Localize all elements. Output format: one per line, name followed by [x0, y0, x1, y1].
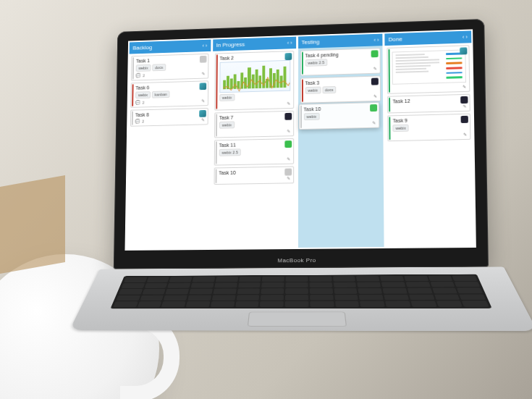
keyboard-key [237, 288, 260, 294]
chevron-right-icon[interactable]: › [290, 40, 292, 46]
column-body[interactable]: Task 12Task 9webix [385, 43, 475, 247]
edit-icon[interactable] [463, 104, 466, 109]
avatar[interactable] [461, 116, 468, 123]
edit-icon[interactable] [287, 156, 290, 161]
chevron-left-icon[interactable]: ‹ [373, 37, 376, 43]
comment-icon[interactable] [135, 100, 140, 105]
kanban-card[interactable]: Task 6webixkanban2 [130, 80, 208, 108]
edit-icon[interactable] [373, 93, 377, 98]
edit-icon[interactable] [287, 175, 290, 180]
keyboard-key [166, 289, 190, 295]
keyboard-key [189, 289, 212, 295]
keyboard-key [455, 282, 480, 287]
keyboard-key [285, 295, 308, 301]
avatar[interactable] [460, 47, 467, 54]
kanban-card[interactable]: Task 1webixdocs2 [131, 54, 208, 81]
column-body[interactable]: Task 1webixdocs2Task 6webixkanban2Task 8… [126, 51, 211, 249]
tag[interactable]: webix [393, 125, 409, 132]
card-tags: webix [303, 112, 376, 120]
avatar[interactable] [200, 56, 207, 63]
edit-icon[interactable] [373, 66, 377, 71]
edit-icon[interactable] [201, 117, 205, 122]
kanban-column: In Progress‹›Task 2webixTask 7webixTask … [211, 37, 296, 248]
kanban-card[interactable] [387, 45, 470, 94]
keyboard-key [216, 277, 238, 282]
keyboard-key [356, 276, 379, 281]
avatar[interactable] [371, 77, 379, 85]
kanban-card[interactable]: Task 12 [387, 94, 470, 114]
edit-icon[interactable] [463, 132, 467, 137]
avatar[interactable] [371, 50, 379, 57]
kanban-card[interactable]: Task 82 [130, 108, 208, 127]
edit-icon[interactable] [287, 128, 290, 133]
keyboard-key [462, 301, 489, 307]
column-body[interactable]: Task 2webixTask 7webixTask 11webix 2.5Ta… [211, 49, 296, 248]
keyboard-key [262, 277, 284, 282]
tag[interactable]: docs [152, 64, 166, 71]
tag[interactable]: docs [322, 86, 336, 93]
kanban-card[interactable]: Task 7webix [214, 111, 294, 138]
keyboard-key [144, 283, 167, 288]
avatar[interactable] [460, 96, 468, 104]
document-attachment[interactable] [392, 49, 466, 84]
tag[interactable]: kanban [152, 91, 170, 98]
keyboard-key [261, 288, 284, 294]
card-stripe [301, 80, 303, 102]
avatar[interactable] [284, 140, 292, 148]
keyboard-key [457, 287, 483, 293]
tag[interactable]: webix [219, 121, 235, 128]
avatar[interactable] [370, 104, 377, 112]
kanban-column: Backlog‹›Task 1webixdocs2Task 6webixkanb… [126, 40, 211, 249]
tag[interactable]: webix 2.5 [305, 59, 327, 67]
avatar[interactable] [284, 169, 292, 176]
avatar[interactable] [199, 110, 206, 117]
edit-icon[interactable] [463, 84, 466, 89]
card-title: Task 8 [135, 111, 205, 117]
card-title: Task 3 [305, 79, 377, 86]
avatar[interactable] [284, 113, 292, 120]
edit-icon[interactable] [201, 98, 205, 104]
keyboard-key [212, 295, 236, 301]
kanban-card[interactable]: Task 2webix [214, 51, 294, 111]
kanban-card[interactable]: Task 10webix [299, 102, 380, 130]
keyboard-key [214, 282, 237, 287]
kanban-card[interactable]: Task 3webixdocs [300, 75, 381, 103]
kanban-card[interactable]: Task 10 [214, 167, 293, 185]
edit-icon[interactable] [201, 71, 205, 76]
comment-icon[interactable] [136, 73, 141, 78]
card-tags: webixdocs [136, 62, 206, 71]
comment-count: 2 [143, 73, 145, 77]
keyboard-key [138, 301, 162, 307]
card-stripe [216, 114, 217, 136]
tag[interactable]: webix [219, 94, 235, 101]
chevron-right-icon[interactable]: › [377, 37, 379, 43]
edit-icon[interactable] [287, 101, 290, 106]
keyboard-key [428, 276, 452, 281]
avatar[interactable] [199, 83, 206, 90]
kanban-card[interactable]: Task 9webix [387, 114, 470, 142]
chevron-right-icon[interactable]: › [465, 34, 468, 41]
laptop: Backlog‹›Task 1webixdocs2Task 6webixkanb… [111, 19, 497, 373]
kanban-card[interactable]: Task 11webix 2.5 [214, 138, 294, 166]
keyboard-key [434, 294, 460, 300]
tag[interactable]: webix [303, 113, 319, 120]
column-body[interactable]: Task 4 pendingwebix 2.5Task 3webixdocsTa… [298, 46, 384, 248]
avatar[interactable] [284, 53, 292, 60]
chevron-left-icon[interactable]: ‹ [287, 40, 290, 46]
comment-icon[interactable] [135, 119, 140, 124]
edit-icon[interactable] [372, 120, 376, 125]
tag[interactable]: webix [135, 91, 151, 98]
kanban-card[interactable]: Task 4 pendingwebix 2.5 [300, 48, 381, 76]
comment-count: 2 [142, 100, 144, 104]
chevron-left-icon[interactable]: ‹ [463, 34, 465, 41]
chart-attachment[interactable] [219, 60, 290, 93]
keyboard-key [113, 301, 138, 307]
tag[interactable]: webix [136, 64, 151, 72]
keyboard-key [309, 276, 332, 281]
chevron-left-icon[interactable]: ‹ [202, 43, 204, 49]
card-title: Task 10 [219, 169, 290, 176]
tag[interactable]: webix [305, 87, 321, 94]
keyboard-key [409, 295, 434, 301]
chevron-right-icon[interactable]: › [206, 43, 208, 49]
tag[interactable]: webix 2.5 [219, 148, 240, 156]
